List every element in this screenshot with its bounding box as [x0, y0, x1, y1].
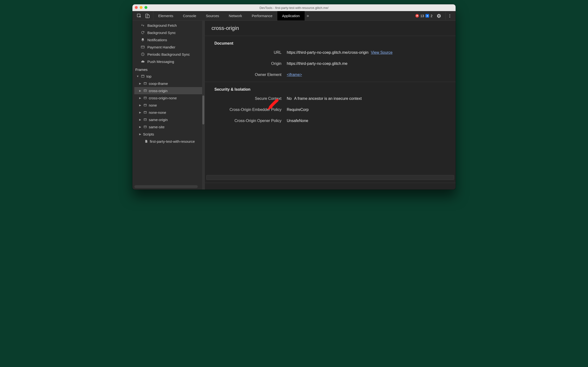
tree-node-frame[interactable]: ▶ same-site: [134, 123, 204, 130]
tree-node-frame[interactable]: ▶ same-origin: [134, 116, 204, 123]
tree-node-label: none-none: [149, 110, 166, 115]
frame-icon: [143, 125, 147, 128]
titlebar: DevTools - first-party-test-with-resourc…: [132, 4, 456, 11]
gear-icon: [437, 14, 441, 18]
sidebar-item-label: Background Sync: [147, 31, 176, 35]
tree-node-scripts[interactable]: ▶ Scripts: [134, 130, 204, 138]
caret-down-icon: ▼: [136, 75, 139, 78]
details-footer-bar: [206, 175, 454, 180]
tree-node-frame[interactable]: ▶ cross-origin: [134, 87, 204, 94]
console-status[interactable]: ✕ 13 ➤ 2: [415, 14, 432, 18]
devtools-body: Background Fetch Background Sync Notific…: [132, 21, 456, 190]
tab-label: Elements: [158, 14, 173, 18]
window-title: DevTools - first-party-test-with-resourc…: [260, 6, 328, 10]
row-coop: Cross-Origin Opener Policy UnsafeNone: [205, 115, 456, 126]
caret-right-icon: ▶: [139, 125, 142, 128]
sync-icon: [141, 31, 145, 34]
page-title: cross-origin: [205, 21, 456, 36]
sidebar-item-label: Notifications: [147, 38, 167, 42]
zoom-window-button[interactable]: [144, 6, 147, 9]
svg-rect-11: [144, 97, 147, 99]
frame-details-panel: cross-origin Document URL https://third-…: [205, 21, 456, 190]
tab-sources[interactable]: Sources: [201, 11, 224, 20]
tree-node-label: cross-origin: [149, 89, 168, 93]
tree-node-label: same-site: [149, 125, 165, 129]
row-secure-context: Secure Context No A frame ancestor is an…: [205, 93, 456, 104]
tree-node-frame[interactable]: ▶ none-none: [134, 109, 204, 116]
svg-rect-15: [144, 126, 147, 128]
tree-node-frame[interactable]: ▶ none: [134, 101, 204, 109]
frames-tree: ▼ top ▶ coop-iframe ▶ cross-origin: [132, 73, 204, 145]
window-icon: [141, 75, 145, 78]
svg-rect-13: [144, 111, 147, 113]
svg-rect-14: [144, 119, 147, 121]
tab-application[interactable]: Application: [277, 11, 305, 20]
tab-performance[interactable]: Performance: [247, 11, 277, 20]
row-value: UnsafeNone: [287, 119, 308, 123]
sidebar-item-payment-handler[interactable]: Payment Handler: [132, 43, 204, 51]
sidebar-item-background-sync[interactable]: Background Sync: [132, 29, 204, 36]
window-controls: [135, 6, 147, 9]
card-icon: [141, 45, 145, 49]
tab-label: Performance: [252, 14, 273, 18]
sidebar-item-label: Background Fetch: [147, 23, 177, 27]
caret-right-icon: ▶: [139, 89, 142, 92]
sidebar-item-background-fetch[interactable]: Background Fetch: [132, 22, 204, 29]
caret-right-icon: ▶: [139, 118, 142, 121]
sidebar-item-notifications[interactable]: Notifications: [132, 36, 204, 43]
row-key: Owner Element: [214, 73, 287, 77]
toolbar-left: [132, 11, 153, 20]
caret-right-icon: ▶: [139, 82, 142, 85]
tree-node-label: top: [146, 74, 151, 78]
cloud-icon: [141, 59, 145, 63]
tab-label: Application: [282, 14, 300, 18]
tab-elements[interactable]: Elements: [153, 11, 178, 20]
svg-rect-8: [141, 75, 144, 77]
device-toolbar-icon[interactable]: [145, 14, 150, 18]
more-options-button[interactable]: [445, 12, 454, 20]
tree-node-file[interactable]: first-party-test-with-resource: [134, 138, 204, 145]
close-window-button[interactable]: [135, 6, 138, 9]
details-bottom-cell: [205, 183, 456, 190]
row-value: https://third-party-no-coep.glitch.me: [287, 61, 348, 66]
settings-button[interactable]: [435, 12, 443, 20]
row-coep: Cross-Origin Embedder Policy RequireCorp: [205, 104, 456, 115]
tree-node-frame[interactable]: ▶ coop-iframe: [134, 80, 204, 87]
toolbar-right: ✕ 13 ➤ 2: [415, 11, 456, 20]
more-tabs-button[interactable]: »: [305, 11, 313, 20]
minimize-window-button[interactable]: [140, 6, 143, 9]
row-key: Origin: [214, 61, 287, 66]
tree-node-label: same-origin: [149, 118, 168, 122]
inspect-element-icon[interactable]: [137, 14, 142, 18]
sidebar-hscrollbar[interactable]: [134, 185, 198, 188]
svg-rect-12: [144, 104, 147, 106]
owner-element-link[interactable]: <iframe>: [287, 73, 302, 77]
svg-point-3: [449, 14, 450, 15]
tree-node-frame[interactable]: ▶ cross-origin-none: [134, 94, 204, 101]
view-source-link[interactable]: View Source: [371, 50, 393, 55]
clock-icon: [141, 52, 145, 56]
frame-icon: [143, 89, 147, 92]
caret-right-icon: ▶: [139, 133, 142, 136]
more-glyph: »: [307, 13, 309, 18]
sidebar-scrollbar-thumb[interactable]: [202, 95, 204, 125]
tree-node-top[interactable]: ▼ top: [134, 73, 204, 80]
caret-right-icon: ▶: [139, 104, 142, 107]
error-count: 13: [420, 14, 424, 18]
info-badge-icon: ➤: [425, 14, 429, 18]
row-extra: A frame ancestor is an insecure context: [294, 96, 361, 101]
frame-icon: [143, 82, 147, 85]
tree-node-label: cross-origin-none: [149, 96, 177, 100]
sidebar-item-periodic-background-sync[interactable]: Periodic Background Sync: [132, 51, 204, 58]
tab-console[interactable]: Console: [178, 11, 201, 20]
row-url: URL https://third-party-no-coep.glitch.m…: [205, 47, 456, 58]
tree-node-label: coop-iframe: [149, 82, 168, 86]
svg-rect-2: [147, 15, 149, 18]
devtools-window: DevTools - first-party-test-with-resourc…: [132, 4, 456, 190]
frames-section-title: Frames: [132, 65, 204, 73]
tree-node-label: first-party-test-with-resource: [150, 139, 195, 143]
tab-network[interactable]: Network: [224, 11, 247, 20]
sidebar-item-push-messaging[interactable]: Push Messaging: [132, 58, 204, 65]
caret-right-icon: ▶: [139, 96, 142, 100]
svg-rect-10: [144, 90, 147, 92]
